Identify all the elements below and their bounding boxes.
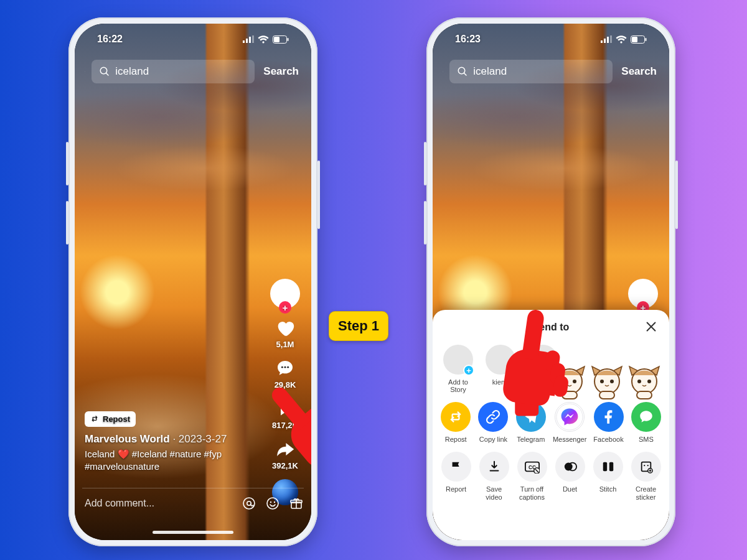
wifi-icon xyxy=(616,35,627,44)
svg-rect-37 xyxy=(609,462,613,472)
svg-point-39 xyxy=(647,465,648,466)
svg-point-15 xyxy=(274,501,275,502)
search-icon xyxy=(99,66,110,77)
search-input[interactable] xyxy=(115,65,247,78)
svg-rect-5 xyxy=(274,37,280,42)
share-action-label: Report xyxy=(446,485,466,493)
share-action-label: Duet xyxy=(563,485,577,493)
share-action-duet[interactable]: Duet xyxy=(554,452,586,501)
back-icon[interactable] xyxy=(85,65,85,78)
svg-point-50 xyxy=(637,380,641,383)
top-search-row: Search xyxy=(433,57,669,86)
svg-point-8 xyxy=(281,366,283,368)
status-bar: 16:22 xyxy=(75,24,311,55)
share-action-label: Save video xyxy=(478,485,510,501)
phone-power-button xyxy=(675,161,678,229)
cellular-icon xyxy=(601,35,612,43)
search-box[interactable] xyxy=(92,60,255,83)
home-indicator xyxy=(153,531,233,534)
author-avatar[interactable]: + xyxy=(270,279,300,309)
top-search-row: Search xyxy=(75,57,311,86)
battery-icon xyxy=(631,35,647,44)
sticker-icon xyxy=(631,452,661,482)
follow-plus-icon[interactable]: + xyxy=(279,301,291,314)
repost-chip-label: Repost xyxy=(103,414,130,424)
svg-rect-24 xyxy=(607,37,609,43)
battery-icon xyxy=(273,35,289,44)
like-count: 5,1M xyxy=(276,340,294,349)
share-app-sms[interactable]: SMS xyxy=(631,402,662,443)
author-avatar[interactable]: + xyxy=(628,279,658,309)
emoji-icon[interactable] xyxy=(265,496,280,511)
svg-rect-3 xyxy=(252,35,254,43)
kitten-sticker xyxy=(626,363,663,400)
share-action-download[interactable]: Save video xyxy=(478,452,510,501)
post-date: · xyxy=(172,433,178,445)
stitch-icon xyxy=(593,452,623,482)
back-icon[interactable] xyxy=(443,65,443,78)
like-button[interactable]: 5,1M xyxy=(275,317,296,349)
clock-text: 16:22 xyxy=(97,34,123,45)
share-app-facebook[interactable]: Facebook xyxy=(593,402,624,443)
share-app-label: Copy link xyxy=(479,436,507,443)
clock-text: 16:23 xyxy=(455,34,481,45)
share-action-sticker[interactable]: Create sticker xyxy=(630,452,662,501)
svg-rect-28 xyxy=(646,38,647,41)
cellular-icon xyxy=(243,35,254,43)
author-name[interactable]: Marvelous World xyxy=(85,433,170,445)
search-button[interactable]: Search xyxy=(619,65,659,78)
cc-off-icon: CC xyxy=(517,452,547,482)
sms-icon xyxy=(631,402,661,432)
comment-bar: Add comment... xyxy=(82,488,304,518)
svg-point-47 xyxy=(610,380,614,383)
share-app-label: Messenger xyxy=(553,436,586,443)
svg-point-51 xyxy=(647,380,651,383)
search-button[interactable]: Search xyxy=(261,65,301,78)
svg-rect-48 xyxy=(599,391,614,399)
svg-rect-2 xyxy=(249,37,251,43)
phone-left-frame: 16:22 Search + 5,1M xyxy=(68,17,317,546)
duet-icon xyxy=(555,452,585,482)
svg-point-46 xyxy=(600,380,604,383)
svg-rect-22 xyxy=(601,40,603,43)
svg-point-14 xyxy=(270,501,271,502)
svg-point-10 xyxy=(287,366,289,368)
repost-chip[interactable]: Repost xyxy=(85,411,136,427)
comment-input[interactable]: Add comment... xyxy=(82,498,233,509)
svg-rect-27 xyxy=(632,37,637,42)
post-date-value: 2023-3-27 xyxy=(179,433,227,445)
svg-rect-52 xyxy=(637,391,652,399)
svg-rect-36 xyxy=(603,462,606,472)
search-input[interactable] xyxy=(473,65,605,78)
share-action-cc-off[interactable]: CCTurn off captions xyxy=(516,452,548,501)
share-action-stitch[interactable]: Stitch xyxy=(592,452,624,501)
svg-rect-1 xyxy=(246,39,248,43)
wifi-icon xyxy=(258,35,269,44)
share-app-label: Facebook xyxy=(593,436,623,443)
step-label: Step 1 xyxy=(329,311,388,341)
svg-rect-6 xyxy=(288,38,289,41)
close-icon[interactable] xyxy=(644,320,658,334)
flag-icon xyxy=(441,452,471,482)
share-action-flag[interactable]: Report xyxy=(440,452,472,501)
heart-icon xyxy=(275,317,296,338)
annotation-hand-copylink xyxy=(464,297,598,431)
svg-point-11 xyxy=(243,498,255,509)
share-action-label: Stitch xyxy=(599,485,617,493)
repost-icon xyxy=(90,414,99,423)
contact-avatar: + xyxy=(443,345,473,375)
search-box[interactable] xyxy=(449,60,613,83)
video-caption: Iceland ❤️ #Iceland #nature #fyp #marvel… xyxy=(85,448,261,474)
mention-icon[interactable] xyxy=(242,496,256,511)
share-app-label: Telegram xyxy=(517,436,545,443)
share-app-label: Repost xyxy=(445,436,467,443)
svg-point-13 xyxy=(267,498,278,509)
share-actions-row: ReportSave videoCCTurn off captionsDuetS… xyxy=(440,452,662,501)
phone-right-frame: 16:23 Search + xyxy=(426,17,675,546)
svg-rect-23 xyxy=(604,39,606,43)
search-icon xyxy=(457,66,468,77)
download-icon xyxy=(479,452,509,482)
share-action-label: Create sticker xyxy=(630,485,662,501)
svg-point-9 xyxy=(284,366,286,368)
svg-point-12 xyxy=(247,501,251,505)
